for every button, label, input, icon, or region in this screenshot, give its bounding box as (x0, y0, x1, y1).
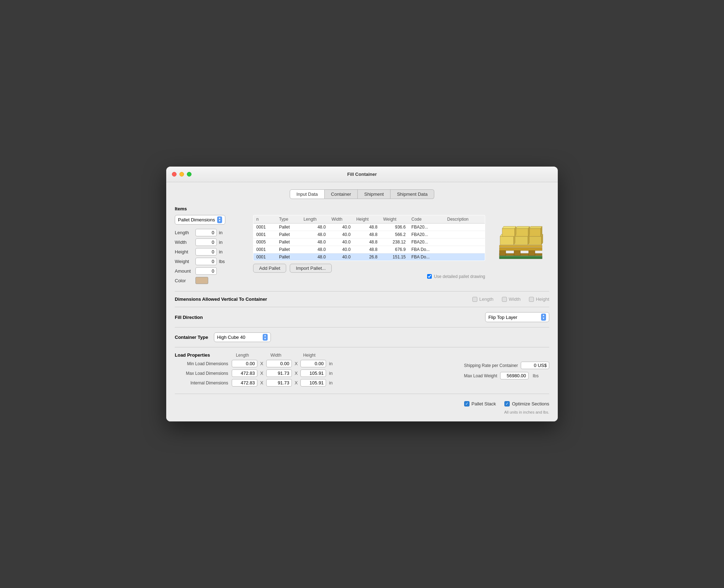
weight-input[interactable] (195, 258, 217, 265)
cell-0: 0001 (253, 223, 276, 231)
cell-1: Pallet (276, 231, 301, 238)
svg-rect-7 (500, 236, 514, 245)
length-checkbox[interactable] (472, 297, 477, 302)
tab-container[interactable]: Container (325, 189, 358, 199)
amount-input[interactable] (195, 267, 217, 275)
items-table: n Type Length Width Height Weight Code D… (253, 215, 485, 261)
shipping-rate-label: Shipping Rate per Container (464, 363, 518, 368)
svg-rect-4 (529, 251, 535, 256)
items-left-panel: Pallet Dimensions ▲ ▼ Length in (175, 215, 246, 287)
close-button[interactable] (172, 172, 177, 177)
amount-row: Amount (175, 267, 246, 275)
dimensions-checks: Length Width Height (472, 296, 549, 302)
divider-3 (175, 327, 549, 327)
container-type-dropdown[interactable]: High Cube 40 ▲ ▼ (214, 332, 271, 342)
table-row[interactable]: 0001Pallet48.040.048.8936.6FBA20... (253, 223, 485, 231)
cell-3: 40.0 (329, 231, 353, 238)
col-description: Description (444, 215, 485, 223)
max-weight-row: Max Load Weight lbs (464, 372, 549, 379)
import-pallet-button[interactable]: Import Pallet... (290, 264, 332, 273)
max-load-label: Max Load Dimensions (175, 371, 228, 376)
cell-2: 48.0 (301, 231, 329, 238)
max-length-input[interactable] (232, 369, 257, 377)
table-row[interactable]: 0005Pallet48.040.048.8238.12FBA20... (253, 238, 485, 246)
color-label: Color (175, 278, 193, 283)
optimize-sections-checkbox[interactable]: ✓ (504, 401, 510, 406)
cell-7 (444, 238, 485, 246)
length-check-label: Length (479, 296, 493, 302)
tab-input-data[interactable]: Input Data (290, 189, 325, 199)
height-label: Height (175, 249, 193, 254)
cell-0: 0001 (253, 253, 276, 261)
cell-6: FBA20... (409, 238, 444, 246)
min-length-input[interactable] (232, 360, 257, 367)
pallet-stack-row: ✓ Pallet Stack (464, 401, 496, 406)
cell-3: 40.0 (329, 253, 353, 261)
fill-direction-dropdown[interactable]: Flip Top Layer ▲ ▼ (485, 312, 549, 322)
height-input[interactable] (195, 248, 217, 256)
container-type-header: Container Type (175, 335, 208, 340)
fullscreen-button[interactable] (187, 172, 192, 177)
length-input[interactable] (195, 229, 217, 236)
svg-rect-3 (514, 251, 520, 256)
svg-marker-20 (516, 226, 530, 229)
max-weight-input[interactable] (500, 372, 529, 379)
cell-4: 48.8 (353, 238, 381, 246)
cell-5: 151.15 (381, 253, 409, 261)
height-check-label: Height (536, 296, 549, 302)
svg-rect-17 (516, 229, 528, 236)
table-row[interactable]: 0001Pallet48.040.026.8151.15FBA Do... (253, 253, 485, 261)
optimize-sections-row: ✓ Optimize Sections (504, 401, 549, 406)
pallet-dimensions-dropdown[interactable]: Pallet Dimensions ▲ ▼ (175, 215, 225, 225)
min-load-label: Min Load Dimensions (175, 361, 228, 366)
svg-rect-18 (529, 229, 541, 236)
pallet-stack-checkbox[interactable]: ✓ (464, 401, 469, 406)
max-width-input[interactable] (266, 369, 292, 377)
length-check-item: Length (472, 296, 493, 302)
window-title: Fill Container (347, 172, 377, 177)
cell-6: FBA Do... (409, 253, 444, 261)
max-load-row: Max Load Dimensions X X in (175, 369, 461, 377)
tab-shipment-data[interactable]: Shipment Data (390, 189, 434, 199)
svg-rect-25 (499, 256, 542, 257)
cell-2: 48.0 (301, 246, 329, 253)
internal-dim-row: Internal Dimensions X X in (175, 379, 461, 387)
internal-width-input[interactable] (266, 379, 292, 387)
items-layout: Pallet Dimensions ▲ ▼ Length in (175, 215, 549, 287)
items-section: Items Pallet Dimensions ▲ ▼ (175, 206, 549, 287)
table-row[interactable]: 0001Pallet48.040.048.8676.9FBA Do... (253, 246, 485, 253)
cell-2: 48.0 (301, 223, 329, 231)
width-checkbox[interactable] (502, 297, 507, 302)
cell-1: Pallet (276, 253, 301, 261)
footer-text: All units in inches and lbs. (175, 410, 549, 414)
col-code: Code (409, 215, 444, 223)
internal-height-input[interactable] (300, 379, 326, 387)
minimize-button[interactable] (179, 172, 184, 177)
cell-7 (444, 253, 485, 261)
max-height-input[interactable] (300, 369, 326, 377)
width-input[interactable] (195, 238, 217, 246)
internal-length-input[interactable] (232, 379, 257, 387)
items-header: Items (175, 206, 549, 211)
cell-0: 0005 (253, 238, 276, 246)
cell-5: 238.12 (381, 238, 409, 246)
pallet-drawing-checkbox[interactable] (427, 274, 432, 279)
width-check-item: Width (502, 296, 520, 302)
shipping-rate-input[interactable] (521, 362, 549, 369)
col-length: Length (301, 215, 329, 223)
height-checkbox[interactable] (529, 297, 534, 302)
weight-unit: lbs (219, 259, 226, 264)
min-width-input[interactable] (266, 360, 292, 367)
add-pallet-button[interactable]: Add Pallet (253, 264, 286, 273)
length-row: Length in (175, 229, 246, 236)
table-buttons: Add Pallet Import Pallet... (253, 264, 485, 273)
color-picker[interactable] (195, 277, 208, 284)
tab-shipment[interactable]: Shipment (358, 189, 390, 199)
cell-4: 48.8 (353, 231, 381, 238)
pallet-drawing-label: Use detailed pallet drawing (434, 274, 485, 279)
min-height-input[interactable] (300, 360, 326, 367)
table-row[interactable]: 0001Pallet48.040.048.8566.2FBA20... (253, 231, 485, 238)
cell-4: 48.8 (353, 223, 381, 231)
divider-5 (175, 394, 549, 394)
table-header: n Type Length Width Height Weight Code D… (253, 215, 485, 223)
